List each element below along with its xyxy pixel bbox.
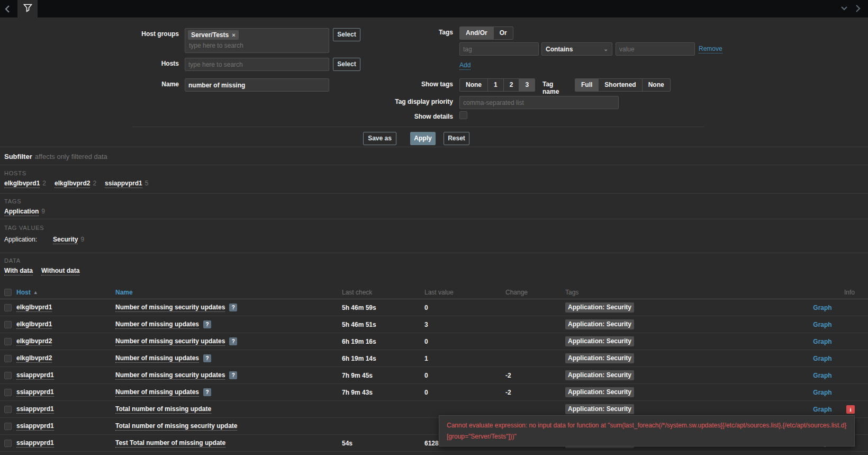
graph-link[interactable]: Graph (813, 389, 831, 396)
tag-value-input[interactable] (616, 42, 695, 56)
subfilter-tag-value-link[interactable]: Security (53, 236, 78, 244)
subfilter-host-link[interactable]: ssiappvprd1 (105, 180, 142, 188)
subfilter-tag-values-group: Application: (4, 236, 37, 243)
tag-input[interactable] (459, 42, 539, 56)
host-link[interactable]: elkglbvprd2 (16, 354, 52, 363)
subfilter-count: 2 (93, 180, 96, 187)
item-name-link[interactable]: Number of missing updates (115, 320, 199, 329)
help-icon[interactable]: ? (229, 371, 237, 379)
item-name-link[interactable]: Number of missing security updates (115, 371, 225, 380)
tag-badge[interactable]: Application: Security (565, 370, 634, 380)
row-checkbox[interactable] (4, 372, 12, 379)
subfilter-top-separator (0, 147, 868, 147)
item-name-link[interactable]: Test Total number of missing update (115, 439, 225, 448)
save-as-button[interactable]: Save as (363, 132, 396, 145)
host-link[interactable]: elkglbvprd2 (16, 337, 52, 346)
last-value-cell: 0 (424, 333, 503, 350)
last-check-cell (342, 418, 421, 434)
remove-tag-link[interactable]: Remove (699, 45, 722, 53)
graph-cell: Graph (807, 299, 838, 316)
row-checkbox[interactable] (4, 304, 12, 311)
graph-link[interactable]: Graph (813, 406, 831, 413)
apply-button[interactable]: Apply (410, 132, 436, 145)
item-name-link[interactable]: Number of missing updates (115, 388, 199, 397)
item-name-link[interactable]: Number of missing security updates (115, 304, 225, 312)
chevron-right-icon[interactable] (853, 4, 863, 15)
tag-badge[interactable]: Application: Security (565, 404, 634, 414)
subfilter-host-link[interactable]: elkglbvprd2 (55, 180, 90, 188)
graph-link[interactable]: Graph (813, 372, 831, 379)
subfilter-tag-link[interactable]: Application (4, 208, 39, 216)
graph-link[interactable]: Graph (813, 304, 831, 311)
host-link[interactable]: ssiappvprd1 (16, 405, 54, 414)
show-tags-1[interactable]: 1 (487, 79, 503, 91)
show-tags-2[interactable]: 2 (503, 79, 519, 91)
host-groups-multiselect[interactable]: Server/Tests × type here to search (185, 28, 329, 53)
tag-name-none[interactable]: None (642, 79, 670, 91)
host-link[interactable]: ssiappvprd1 (16, 422, 54, 431)
tags-cell: Application: Security (565, 367, 803, 383)
error-info-icon[interactable]: i (846, 405, 855, 414)
tags-operator-and-or[interactable]: And/Or (460, 27, 493, 39)
tag-name-full[interactable]: Full (575, 79, 598, 91)
tag-name-shortened[interactable]: Shortened (598, 79, 641, 91)
tag-badge[interactable]: Application: Security (565, 336, 634, 346)
table-row: elkglbvprd2Number of missing updates?6h … (0, 350, 868, 367)
tags-operator-or[interactable]: Or (493, 27, 513, 39)
help-icon[interactable]: ? (203, 320, 211, 328)
row-checkbox[interactable] (4, 423, 12, 430)
last-check-cell: 7h 9m 45s (342, 367, 421, 383)
item-name-link[interactable]: Number of missing security updates (115, 337, 225, 346)
row-checkbox[interactable] (4, 355, 12, 362)
show-tags-3[interactable]: 3 (519, 79, 535, 91)
hosts-select-button[interactable]: Select (333, 58, 360, 71)
subfilter-host-link[interactable]: elkglbvprd1 (4, 180, 40, 188)
help-icon[interactable]: ? (229, 337, 237, 345)
tag-badge[interactable]: Application: Security (565, 319, 634, 329)
host-groups-search-placeholder[interactable]: type here to search (188, 40, 326, 49)
tab-filter[interactable] (17, 0, 38, 17)
help-icon[interactable]: ? (203, 388, 211, 396)
subfilter-item: elkglbvprd22 (55, 180, 96, 188)
tag-display-priority-input[interactable] (459, 96, 619, 109)
row-checkbox[interactable] (4, 321, 12, 328)
host-link[interactable]: elkglbvprd1 (16, 304, 52, 312)
help-icon[interactable]: ? (203, 354, 211, 362)
hosts-input[interactable] (185, 58, 329, 71)
tag-badge[interactable]: Application: Security (565, 302, 634, 313)
tag-badge[interactable]: Application: Security (565, 387, 634, 397)
row-checkbox[interactable] (4, 338, 12, 345)
show-details-checkbox[interactable] (459, 111, 467, 119)
host-link[interactable]: ssiappvprd1 (16, 371, 54, 380)
column-header-name[interactable]: Name (115, 286, 338, 299)
tag-badge[interactable]: Application: Security (565, 353, 634, 363)
host-link[interactable]: elkglbvprd1 (16, 320, 52, 329)
item-name-link[interactable]: Total number of missing update (115, 405, 211, 414)
row-checkbox[interactable] (4, 406, 12, 413)
table-row-partial (0, 452, 868, 455)
column-header-host[interactable]: Host ▲ (16, 286, 112, 299)
reset-button[interactable]: Reset (444, 132, 469, 145)
graph-link[interactable]: Graph (813, 321, 831, 328)
subfilter-data-link[interactable]: With data (4, 267, 33, 275)
host-link[interactable]: ssiappvprd1 (16, 388, 54, 397)
item-name-link[interactable]: Total number of missing security update (115, 422, 237, 431)
chevron-down-icon[interactable] (839, 4, 849, 15)
row-checkbox[interactable] (4, 389, 12, 396)
chip-remove-icon[interactable]: × (232, 32, 235, 38)
graph-link[interactable]: Graph (813, 338, 831, 345)
add-tag-link[interactable]: Add (459, 61, 471, 70)
name-input[interactable] (185, 78, 329, 92)
row-checkbox[interactable] (4, 440, 12, 447)
subfilter-data-link[interactable]: Without data (41, 267, 80, 275)
host-link[interactable]: ssiappvprd1 (16, 439, 54, 448)
select-all-checkbox[interactable] (4, 289, 12, 296)
tag-operator-select[interactable]: Contains ⌄ (541, 42, 612, 56)
show-tags-none[interactable]: None (460, 79, 487, 91)
item-name-cell: Number of missing updates? (115, 384, 338, 400)
chevron-left-icon[interactable] (3, 4, 13, 14)
graph-link[interactable]: Graph (813, 355, 831, 362)
help-icon[interactable]: ? (229, 304, 237, 311)
item-name-link[interactable]: Number of missing updates (115, 354, 199, 363)
show-tags-group: None123 (459, 78, 535, 92)
